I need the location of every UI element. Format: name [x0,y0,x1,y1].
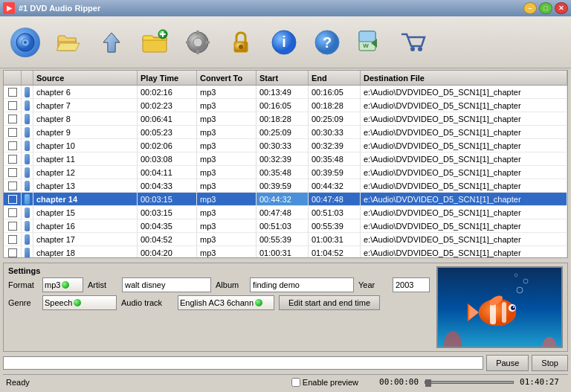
table-row[interactable]: chapter 9 00:05:23 mp3 00:25:09 00:30:33… [4,126,567,139]
table-row[interactable]: chapter 16 00:04:35 mp3 00:51:03 00:55:3… [4,219,567,233]
row-start: 00:55:39 [257,233,309,245]
row-start: 00:47:48 [257,206,309,219]
row-checkbox-cell[interactable] [4,152,22,165]
table-row[interactable]: chapter 17 00:04:52 mp3 00:55:39 01:00:3… [4,233,567,246]
row-icon-cell [22,126,33,138]
row-playtime: 00:04:52 [138,233,197,245]
genre-label: Genre [8,298,38,307]
time-slider[interactable] [425,381,514,384]
row-chapter: chapter 7 [33,99,138,112]
row-checkbox[interactable] [8,155,17,164]
table-row[interactable]: chapter 6 00:02:16 mp3 00:13:49 00:16:05… [4,86,567,99]
row-checkbox-cell[interactable] [4,139,22,152]
row-icon-cell [22,99,33,112]
row-checkbox-cell[interactable] [4,99,22,112]
row-start: 00:35:48 [257,166,309,179]
row-icon-cell [22,112,33,125]
time-slider-thumb[interactable] [425,379,431,387]
pause-button[interactable]: Pause [486,355,529,371]
table-row[interactable]: chapter 18 00:04:20 mp3 01:00:31 01:04:5… [4,246,567,257]
row-checkbox[interactable] [8,101,17,110]
row-checkbox-cell[interactable] [4,166,22,179]
table-row[interactable]: chapter 15 00:03:15 mp3 00:47:48 00:51:0… [4,206,567,219]
row-start: 01:00:31 [257,246,309,257]
table-row[interactable]: chapter 7 00:02:23 mp3 00:16:05 00:18:28… [4,99,567,112]
lock-button[interactable] [222,23,260,62]
settings-box: Settings Format mp3 Artist Album Year [3,263,568,352]
row-checkbox-cell[interactable] [4,112,22,125]
row-checkbox-cell[interactable] [4,219,22,232]
row-checkbox[interactable] [8,181,17,190]
svg-point-22 [418,47,422,51]
open-button[interactable] [49,23,88,62]
row-end: 00:44:32 [309,179,361,192]
col-start: Start [257,71,309,85]
row-checkbox[interactable] [8,208,17,217]
table-row[interactable]: chapter 13 00:04:33 mp3 00:39:59 00:44:3… [4,179,567,193]
help-button[interactable]: ? [308,23,346,62]
track-table: Source Play Time Convert To Start End De… [3,70,568,258]
row-icon-cell [22,219,33,232]
row-playtime: 00:04:11 [138,166,197,179]
table-body[interactable]: chapter 6 00:02:16 mp3 00:13:49 00:16:05… [4,86,567,257]
table-row[interactable]: chapter 8 00:06:41 mp3 00:18:28 00:25:09… [4,112,567,126]
format-dropdown[interactable]: mp3 [42,277,83,292]
maximize-button[interactable]: □ [539,2,552,14]
row-playtime: 00:03:15 [138,206,197,219]
genre-dropdown[interactable]: Speech [42,295,117,310]
info-button[interactable]: i [265,23,303,62]
row-checkbox-cell[interactable] [4,233,22,245]
table-row[interactable]: chapter 11 00:03:08 mp3 00:32:39 00:35:4… [4,152,567,166]
row-dest: e:\Audio\DVDVIDEO_D5_SCN1[1]_chapter [361,246,567,257]
row-checkbox[interactable] [8,88,17,97]
settings-button[interactable] [178,23,217,62]
row-checkbox[interactable] [8,141,17,150]
row-icon [25,114,30,124]
audio-track-dropdown[interactable]: English AC3 6chann [178,295,274,310]
row-dest: e:\Audio\DVDVIDEO_D5_SCN1[1]_chapter [361,179,567,192]
table-row[interactable]: chapter 12 00:04:11 mp3 00:35:48 00:39:5… [4,166,567,179]
enable-preview-container[interactable]: Enable preview [291,378,358,387]
row-checkbox-cell[interactable] [4,206,22,219]
close-button[interactable]: ✕ [555,2,568,14]
row-checkbox[interactable] [8,115,17,123]
row-convert: mp3 [197,112,257,125]
row-checkbox[interactable] [8,222,17,231]
album-input[interactable] [250,277,354,292]
album-label: Album [216,280,245,289]
row-checkbox-cell[interactable] [4,179,22,192]
table-row[interactable]: chapter 14 00:03:15 mp3 00:44:32 00:47:4… [4,193,567,206]
svg-point-32 [513,306,514,308]
svg-rect-11 [205,41,210,44]
year-input[interactable] [393,277,430,292]
row-convert: mp3 [197,233,257,245]
row-checkbox-cell[interactable] [4,86,22,98]
row-end: 00:39:59 [309,166,361,179]
row-checkbox[interactable] [8,128,17,137]
row-checkbox-cell[interactable] [4,193,22,205]
convert-button[interactable] [92,23,131,62]
row-playtime: 00:02:16 [138,86,197,98]
edit-time-button[interactable]: Edit start and end time [279,295,380,310]
table-row[interactable]: chapter 10 00:02:06 mp3 00:30:33 00:32:3… [4,139,567,152]
svg-point-31 [511,306,515,310]
enable-preview-checkbox[interactable] [291,378,300,387]
preview-image [438,268,563,348]
row-checkbox-cell[interactable] [4,246,22,257]
rip-button[interactable] [6,23,45,62]
row-checkbox[interactable] [8,235,17,244]
row-start: 00:51:03 [257,219,309,232]
row-icon-cell [22,193,33,205]
row-checkbox[interactable] [8,195,17,204]
artist-input[interactable] [122,277,211,292]
download-button[interactable]: W [351,23,390,62]
row-checkbox[interactable] [8,248,17,257]
row-playtime: 00:06:41 [138,112,197,125]
stop-button[interactable]: Stop [532,355,568,371]
folder-button[interactable] [135,23,174,62]
minimize-button[interactable]: – [523,2,537,14]
cart-button[interactable] [394,23,433,62]
row-checkbox[interactable] [8,168,17,177]
row-icon [25,208,30,218]
row-checkbox-cell[interactable] [4,126,22,138]
